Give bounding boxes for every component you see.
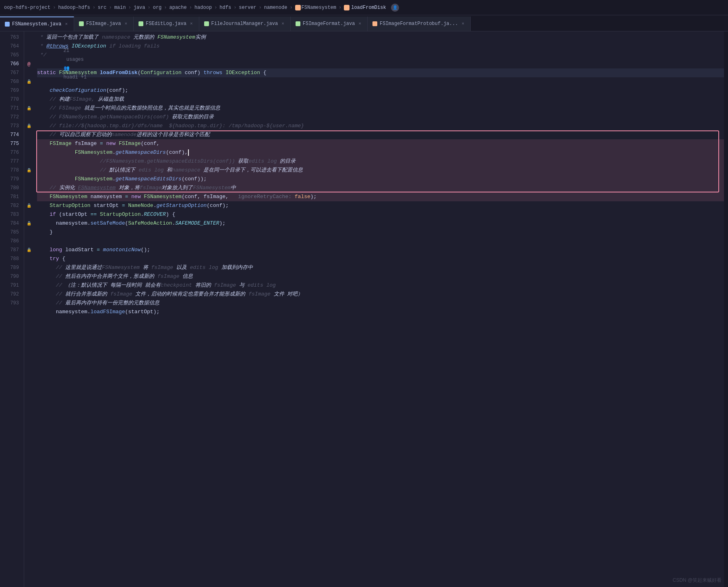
- sep3: ›: [109, 5, 112, 10]
- sep10: ›: [259, 5, 262, 10]
- code-line-775: FSNamesystem.getNamespaceDirs(conf),: [37, 148, 724, 157]
- marker-775: [24, 139, 34, 148]
- code-line-787: try {: [37, 254, 724, 263]
- tab-fseditlog[interactable]: FSEditLog.java ×: [134, 17, 199, 31]
- ln-782: 782: [0, 201, 19, 210]
- ln-766: 766: [0, 60, 19, 68]
- code-line-782: if (startOpt == StartupOption.RECOVER) {: [37, 210, 724, 219]
- breadcrumb-java[interactable]: java: [134, 5, 145, 10]
- tab-fsns[interactable]: FSNamesystem.java ×: [0, 17, 74, 31]
- code-765-text: */: [37, 51, 46, 60]
- marker-766: @: [24, 60, 34, 68]
- code-line-772: // file://${hadoop.tmp.dir}/dfs/name ${h…: [37, 122, 724, 130]
- sep8: ›: [214, 5, 217, 10]
- breadcrumb-project[interactable]: oop-hdfs-project: [4, 5, 50, 10]
- breadcrumb-hdfs[interactable]: hdfs: [219, 5, 231, 10]
- breadcrumb-main[interactable]: main: [114, 5, 126, 10]
- sep6: ›: [164, 5, 167, 10]
- breadcrumb-org[interactable]: org: [153, 5, 162, 10]
- breadcrumb-src[interactable]: src: [98, 5, 107, 10]
- tab-fsimgfmt[interactable]: FSImageFormat.java ×: [291, 17, 368, 31]
- sep7: ›: [189, 5, 192, 10]
- tab-icon-fsns: [5, 22, 10, 27]
- breadcrumb-method[interactable]: loadFromDisk: [344, 5, 386, 10]
- code-line-786: long loadStart = monotonicNow();: [37, 246, 724, 254]
- tab-label-fsimage: FSImage.java: [86, 21, 121, 27]
- breadcrumb-hadoop[interactable]: hadoop: [194, 5, 212, 10]
- ln-768: 768: [0, 77, 19, 86]
- marker-786: [24, 237, 34, 246]
- code-line-781: StartupOption startOpt = NameNode.getSta…: [37, 201, 724, 210]
- marker-765: [24, 51, 34, 60]
- code-line-764: * @throws IOException if loading fails: [37, 42, 724, 51]
- line-number-gutter: 763 764 765 766 767 768 769 770 771 772 …: [0, 31, 24, 587]
- tab-filejm[interactable]: FileJournalManager.java ×: [199, 17, 291, 31]
- ln-793: 793: [0, 299, 19, 308]
- ln-788: 788: [0, 254, 19, 263]
- tab-fsimgfmtpb[interactable]: FSImageFormatProtobuf.ja... ×: [368, 17, 471, 31]
- marker-773: 🔒: [24, 122, 34, 130]
- scrollbar[interactable]: [724, 31, 728, 587]
- breadcrumb-bar: oop-hdfs-project › hadoop-hdfs › src › m…: [0, 0, 728, 15]
- code-line-778: FSNamesystem.getNamespaceEditsDirs(conf)…: [37, 175, 724, 184]
- code-line-766: static FSNamesystem loadFromDisk(Configu…: [37, 68, 724, 77]
- tab-close-fsns[interactable]: ×: [64, 21, 69, 27]
- tab-close-fseditlog[interactable]: ×: [189, 21, 194, 27]
- code-line-773: // 可以自己观察下启动的namenode进程的这个目录是否和这个匹配: [37, 130, 724, 139]
- marker-778: 🔒: [24, 166, 34, 175]
- marker-793: [24, 299, 34, 308]
- tab-close-fsimgfmt[interactable]: ×: [357, 21, 362, 27]
- marker-780: [24, 184, 34, 192]
- tab-icon-fsimage: [79, 21, 84, 26]
- tab-icon-filejm: [204, 21, 209, 26]
- code-line-763: * 返回一个包含了加载了 namespace 元数据的 FSNamesystem…: [37, 33, 724, 42]
- ln-792: 792: [0, 290, 19, 299]
- marker-776: [24, 148, 34, 157]
- fsns-dot-icon: [295, 5, 301, 10]
- editor-area[interactable]: 763 764 765 766 767 768 769 770 771 772 …: [0, 31, 728, 587]
- ln-767: 767: [0, 68, 19, 77]
- code-editor[interactable]: * 返回一个包含了加载了 namespace 元数据的 FSNamesystem…: [34, 31, 724, 587]
- tab-bar: FSNamesystem.java × FSImage.java × FSEdi…: [0, 15, 728, 31]
- tab-close-filejm[interactable]: ×: [280, 21, 285, 27]
- ln-777: 777: [0, 157, 19, 166]
- ln-778: 778: [0, 166, 19, 175]
- marker-764: [24, 42, 34, 51]
- code-line-784: }: [37, 228, 724, 237]
- breadcrumb-hadoop-hdfs[interactable]: hadoop-hdfs: [58, 5, 90, 10]
- code-line-780: FSNamesystem namesystem = new FSNamesyst…: [37, 192, 724, 201]
- code-line-774: FSImage fsImage = new FSImage(conf,: [37, 139, 724, 148]
- ln-790: 790: [0, 272, 19, 281]
- code-line-785: [37, 237, 724, 246]
- code-line-776: //FSNamesystem.getNamespaceEditsDirs(con…: [37, 157, 724, 166]
- tab-label-fsimgfmt: FSImageFormat.java: [303, 21, 355, 27]
- tab-close-fsimage[interactable]: ×: [123, 21, 128, 27]
- tab-icon-fseditlog: [139, 21, 143, 26]
- method-icon: [344, 5, 350, 10]
- sep12: ›: [339, 5, 341, 10]
- code-line-788: // 这里就是说通过FSNamesystem 将 fsImage 以及 edit…: [37, 263, 724, 272]
- tab-fsimage[interactable]: FSImage.java ×: [74, 17, 134, 31]
- marker-767: [24, 68, 34, 77]
- tab-label-fseditlog: FSEditLog.java: [146, 21, 186, 27]
- breadcrumb-fsns[interactable]: FSNamesystem: [302, 5, 336, 10]
- ln-763: 763: [0, 33, 19, 42]
- marker-769: [24, 86, 34, 95]
- code-line-783: namesystem.setSafeMode(SafeModeAction.SA…: [37, 219, 724, 228]
- breadcrumb-namenode[interactable]: namenode: [264, 5, 287, 10]
- ln-779: 779: [0, 175, 19, 184]
- marker-789: [24, 263, 34, 272]
- text-cursor: [188, 149, 189, 156]
- marker-763: [24, 33, 34, 42]
- breadcrumb-apache[interactable]: apache: [170, 5, 187, 10]
- code-line-777: // 默认情况下 edis log 和namespace 是在同一个目录下，可以…: [37, 166, 724, 175]
- sep2: ›: [93, 5, 95, 10]
- code-line-791: // 就行合并形成新的 fsImage 文件，启动的时候肯定也需要合并才能形成新…: [37, 290, 724, 299]
- code-line-768: checkConfiguration(conf);: [37, 86, 724, 95]
- tab-close-fsimgfmtpb[interactable]: ×: [460, 21, 465, 27]
- code-763-text: * 返回一个包含了加载了 namespace 元数据的 FSNamesystem…: [37, 33, 206, 42]
- breadcrumb-server[interactable]: server: [239, 5, 256, 10]
- ln-789: 789: [0, 263, 19, 272]
- marker-777: [24, 157, 34, 166]
- marker-787: 🔒: [24, 246, 34, 254]
